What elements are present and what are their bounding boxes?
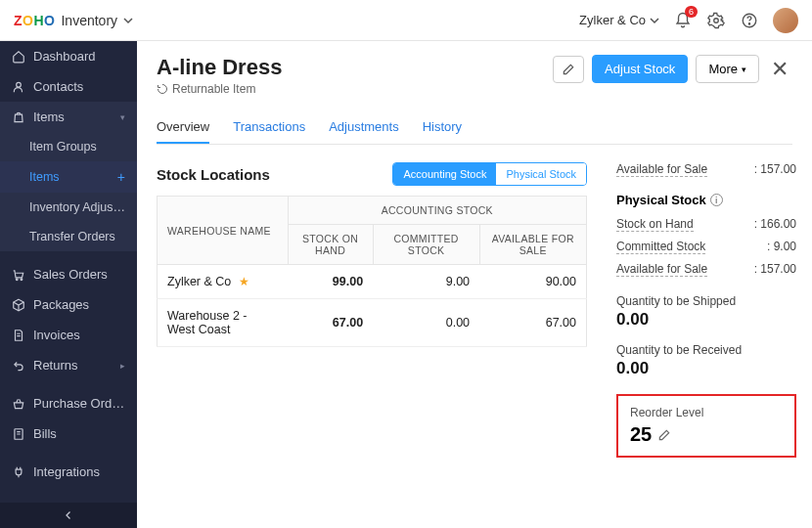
sidebar-item-packages[interactable]: Packages xyxy=(0,289,137,320)
sidebar-item-items-sub[interactable]: Items + xyxy=(0,161,137,193)
th-warehouse: WAREHOUSE NAME xyxy=(158,197,289,265)
warehouse-name: Warehouse 2 - West Coast xyxy=(158,299,289,347)
sidebar-item-label: Bills xyxy=(33,426,125,441)
th-committed: COMMITTED STOCK xyxy=(373,225,479,265)
adjust-stock-button[interactable]: Adjust Stock xyxy=(592,55,688,83)
svg-point-2 xyxy=(748,22,749,23)
basket-icon xyxy=(12,397,25,411)
th-group: ACCOUNTING STOCK xyxy=(288,197,586,225)
toggle-accounting[interactable]: Accounting Stock xyxy=(393,163,496,185)
table-row[interactable]: Warehouse 2 - West Coast 67.00 0.00 67.0… xyxy=(158,299,587,347)
sidebar-item-label: Transfer Orders xyxy=(29,230,125,243)
close-icon[interactable]: ✕ xyxy=(767,57,792,82)
sidebar-item-integrations[interactable]: Integrations xyxy=(0,457,137,487)
sidebar-item-dashboard[interactable]: Dashboard xyxy=(0,41,137,71)
sidebar-item-label: Items xyxy=(29,170,110,184)
edit-button[interactable] xyxy=(553,56,584,83)
sidebar-item-label: Purchase Orders xyxy=(33,396,125,411)
sidebar-item-label: Sales Orders xyxy=(33,267,125,282)
toggle-physical[interactable]: Physical Stock xyxy=(496,163,586,185)
lbl-stock-on-hand: Stock on Hand xyxy=(616,217,694,232)
sidebar-item-label: Items xyxy=(33,110,113,124)
cell-available: 67.00 xyxy=(479,299,586,347)
sidebar-item-label: Returns xyxy=(33,358,113,373)
svg-point-3 xyxy=(17,82,22,87)
sidebar-item-returns[interactable]: Returns ▸ xyxy=(0,350,137,380)
notif-badge: 6 xyxy=(685,6,698,18)
sidebar-item-label: Dashboard xyxy=(33,49,125,64)
val-committed: : 9.00 xyxy=(767,240,796,254)
svg-point-0 xyxy=(714,18,719,22)
th-available: AVAILABLE FOR SALE xyxy=(479,225,586,265)
avatar[interactable] xyxy=(773,8,798,33)
cell-committed: 0.00 xyxy=(373,299,479,347)
val-available-sale: : 157.00 xyxy=(754,162,796,177)
main-content: A-line Dress Returnable Item Adjust Stoc… xyxy=(137,41,812,528)
topbar: ZOHO Inventory Zylker & Co 6 xyxy=(0,0,812,41)
product-name[interactable]: Inventory xyxy=(61,13,132,28)
user-icon xyxy=(12,80,25,94)
sidebar-item-bills[interactable]: Bills xyxy=(0,418,137,449)
sidebar-item-label: Packages xyxy=(33,297,125,312)
cell-committed: 9.00 xyxy=(373,265,479,299)
val-available2: : 157.00 xyxy=(754,262,796,277)
lbl-committed: Committed Stock xyxy=(616,240,705,254)
sidebar-item-transfer-orders[interactable]: Transfer Orders xyxy=(0,222,137,251)
more-label: More xyxy=(708,62,738,76)
returnable-badge: Returnable Item xyxy=(157,82,282,96)
returnable-label: Returnable Item xyxy=(172,82,255,96)
stock-table: WAREHOUSE NAME ACCOUNTING STOCK STOCK ON… xyxy=(157,196,587,347)
sidebar-item-invoices[interactable]: Invoices xyxy=(0,320,137,350)
zoho-logo: ZOHO xyxy=(14,13,55,28)
bill-icon xyxy=(12,427,25,441)
pencil-icon[interactable] xyxy=(657,428,671,442)
svg-point-5 xyxy=(21,278,23,280)
tab-history[interactable]: History xyxy=(423,111,462,144)
sidebar-item-label: Integrations xyxy=(33,464,125,479)
val-to-ship: 0.00 xyxy=(616,310,796,330)
return-icon xyxy=(12,359,25,373)
settings-icon[interactable] xyxy=(706,11,726,30)
chevron-down-icon: ▾ xyxy=(120,112,125,122)
sidebar-item-label: Inventory Adjustments xyxy=(29,200,125,214)
lbl-reorder: Reorder Level xyxy=(630,406,783,419)
sidebar-item-items[interactable]: Items ▾ xyxy=(0,102,137,132)
sidebar-collapse[interactable] xyxy=(0,503,137,528)
sidebar-item-inventory-adjustments[interactable]: Inventory Adjustments xyxy=(0,193,137,222)
org-switcher[interactable]: Zylker & Co xyxy=(579,13,659,27)
val-to-receive: 0.00 xyxy=(616,359,796,378)
lbl-to-ship: Quantity to be Shipped xyxy=(616,294,796,308)
chevron-right-icon: ▸ xyxy=(120,361,125,371)
tab-overview[interactable]: Overview xyxy=(157,111,209,144)
add-icon[interactable]: + xyxy=(117,169,125,185)
invoice-icon xyxy=(12,329,25,342)
more-button[interactable]: More ▾ xyxy=(696,55,759,83)
bag-icon xyxy=(12,110,25,124)
sidebar-item-sales-orders[interactable]: Sales Orders xyxy=(0,259,137,289)
stock-type-toggle: Accounting Stock Physical Stock xyxy=(392,162,587,186)
sidebar-item-contacts[interactable]: Contacts xyxy=(0,71,137,102)
package-icon xyxy=(12,298,25,312)
sidebar-item-label: Item Groups xyxy=(29,140,125,154)
home-icon xyxy=(12,50,25,64)
table-row[interactable]: Zylker & Co ★ 99.00 9.00 90.00 xyxy=(158,265,587,299)
lbl-available-sale: Available for Sale xyxy=(616,162,707,177)
svg-point-4 xyxy=(16,278,18,280)
reorder-level-box: Reorder Level 25 xyxy=(616,394,796,458)
cell-on-hand: 99.00 xyxy=(288,265,373,299)
lbl-to-receive: Quantity to be Received xyxy=(616,343,796,357)
warehouse-name: Zylker & Co xyxy=(167,275,231,288)
product-label: Inventory xyxy=(61,13,117,28)
physical-stock-title: Physical Stock xyxy=(616,193,706,207)
tab-adjustments[interactable]: Adjustments xyxy=(329,111,399,144)
org-name: Zylker & Co xyxy=(579,13,646,27)
info-icon[interactable]: i xyxy=(710,194,723,206)
tab-transactions[interactable]: Transactions xyxy=(233,111,305,144)
sidebar-item-item-groups[interactable]: Item Groups xyxy=(0,132,137,161)
plug-icon xyxy=(12,465,25,479)
sidebar: Dashboard Contacts Items ▾ Item Groups I… xyxy=(0,41,137,528)
help-icon[interactable] xyxy=(740,11,759,30)
cell-available: 90.00 xyxy=(479,265,586,299)
sidebar-item-purchase-orders[interactable]: Purchase Orders xyxy=(0,388,137,418)
notifications-icon[interactable]: 6 xyxy=(673,11,693,30)
